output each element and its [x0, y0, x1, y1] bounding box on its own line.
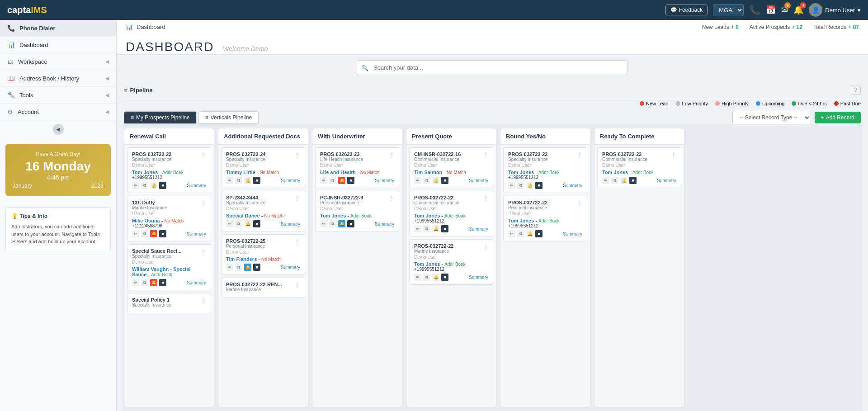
card-square-icon[interactable]: ■: [535, 182, 542, 189]
card-menu-button[interactable]: ⋮: [200, 297, 206, 304]
card-summary-link[interactable]: Summary: [375, 222, 394, 227]
card-square-icon[interactable]: ■: [535, 230, 542, 237]
card-copy-icon[interactable]: ⧉: [611, 177, 618, 184]
card-summary-link[interactable]: Summary: [469, 227, 488, 231]
card-menu-button[interactable]: ⋮: [200, 151, 206, 159]
card-square-icon[interactable]: ■: [253, 220, 260, 227]
card-edit-icon[interactable]: ✏: [414, 177, 421, 184]
card-bell-icon[interactable]: 🔔: [432, 274, 439, 281]
card-square-icon[interactable]: ■: [159, 279, 166, 286]
card-menu-button[interactable]: ⋮: [576, 151, 582, 159]
card-square-icon[interactable]: ■: [441, 274, 448, 281]
card-bell-icon[interactable]: 🔔: [526, 182, 533, 189]
tab-my-prospects-pipeline[interactable]: ≡ My Prospects Pipeline: [124, 111, 197, 124]
card-menu-button[interactable]: ⋮: [576, 200, 582, 207]
card-edit-icon[interactable]: ✏: [414, 274, 421, 281]
select-record-type[interactable]: -- Select Record Type -- Lead Priority H…: [732, 111, 811, 124]
card-square-icon[interactable]: ■: [159, 230, 166, 237]
card-bell-icon[interactable]: 🔔: [150, 230, 157, 237]
card-bell-icon[interactable]: 🔔: [244, 220, 251, 227]
card-copy-icon[interactable]: ⧉: [423, 274, 430, 281]
card-bell-icon[interactable]: 🔔: [432, 177, 439, 184]
card-summary-link[interactable]: Summary: [469, 275, 488, 280]
card-copy-icon[interactable]: ⧉: [141, 182, 148, 189]
card-summary-link[interactable]: Summary: [563, 231, 582, 236]
card-menu-button[interactable]: ⋮: [482, 151, 488, 159]
card-square-icon[interactable]: ■: [253, 177, 260, 184]
card-edit-icon[interactable]: ✏: [320, 177, 327, 184]
card-copy-icon[interactable]: ⧉: [235, 264, 242, 271]
sidebar-item-phone-dialer[interactable]: 📞 Phone Dialer: [0, 20, 116, 37]
user-menu-button[interactable]: 👤 Demo User ▾: [809, 3, 861, 17]
card-menu-button[interactable]: ⋮: [294, 195, 300, 202]
mail-icon[interactable]: ✉ 8: [781, 5, 788, 15]
card-copy-icon[interactable]: ⧉: [141, 279, 148, 286]
card-bell-icon[interactable]: 🔔: [432, 225, 439, 232]
card-summary-link[interactable]: Summary: [281, 222, 300, 227]
card-copy-icon[interactable]: ⧉: [235, 177, 242, 184]
card-square-icon[interactable]: ■: [159, 182, 166, 189]
card-copy-icon[interactable]: ⧉: [517, 230, 524, 237]
card-bell-icon[interactable]: 🔔: [620, 177, 627, 184]
card-summary-link[interactable]: Summary: [187, 183, 206, 188]
tab-verticals-pipeline[interactable]: ≡ Verticals Pipeline: [198, 111, 259, 124]
card-square-icon[interactable]: ■: [441, 225, 448, 232]
card-edit-icon[interactable]: ✏: [132, 230, 139, 237]
card-copy-icon[interactable]: ⧉: [141, 230, 148, 237]
sidebar-item-tools[interactable]: 🔧 Tools ◀: [0, 87, 116, 104]
card-summary-link[interactable]: Summary: [563, 183, 582, 188]
card-bell-icon[interactable]: 🔔: [150, 182, 157, 189]
card-square-icon[interactable]: ■: [347, 177, 354, 184]
sidebar-item-address-book[interactable]: 📖 Address Book / History ◀: [0, 70, 116, 87]
card-summary-link[interactable]: Summary: [187, 231, 206, 236]
card-square-icon[interactable]: ■: [441, 177, 448, 184]
card-menu-button[interactable]: ⋮: [482, 195, 488, 202]
card-copy-icon[interactable]: ⧉: [517, 182, 524, 189]
card-summary-link[interactable]: Summary: [375, 178, 394, 183]
card-edit-icon[interactable]: ✏: [508, 230, 515, 237]
card-menu-button[interactable]: ⋮: [388, 151, 394, 159]
sidebar-item-dashboard[interactable]: 📊 Dashboard: [0, 37, 116, 53]
card-copy-icon[interactable]: ⧉: [423, 177, 430, 184]
card-summary-link[interactable]: Summary: [281, 178, 300, 183]
sidebar-collapse-button[interactable]: ◀: [53, 124, 64, 135]
card-bell-icon[interactable]: 🔔: [338, 220, 345, 227]
card-menu-button[interactable]: ⋮: [294, 151, 300, 159]
card-menu-button[interactable]: ⋮: [294, 282, 300, 289]
card-summary-link[interactable]: Summary: [469, 178, 488, 183]
feedback-button[interactable]: 💬 Feedback: [665, 5, 708, 15]
card-edit-icon[interactable]: ✏: [226, 177, 233, 184]
card-bell-icon[interactable]: 🔔: [244, 264, 251, 271]
card-edit-icon[interactable]: ✏: [602, 177, 609, 184]
card-edit-icon[interactable]: ✏: [132, 279, 139, 286]
card-bell-icon[interactable]: 🔔: [338, 177, 345, 184]
card-edit-icon[interactable]: ✏: [414, 225, 421, 232]
mga-select[interactable]: MGA: [713, 4, 744, 16]
card-bell-icon[interactable]: 🔔: [150, 279, 157, 286]
add-record-button[interactable]: + Add Record: [815, 112, 861, 123]
card-copy-icon[interactable]: ⧉: [235, 220, 242, 227]
card-copy-icon[interactable]: ⧉: [423, 225, 430, 232]
card-edit-icon[interactable]: ✏: [226, 220, 233, 227]
card-menu-button[interactable]: ⋮: [670, 151, 676, 159]
card-summary-link[interactable]: Summary: [657, 178, 676, 183]
card-square-icon[interactable]: ■: [629, 177, 637, 184]
card-summary-link[interactable]: Summary: [281, 265, 300, 270]
card-menu-button[interactable]: ⋮: [482, 243, 488, 250]
card-edit-icon[interactable]: ✏: [226, 264, 233, 271]
card-edit-icon[interactable]: ✏: [132, 182, 139, 189]
sidebar-item-account[interactable]: ⚙ Account ◀: [0, 104, 116, 120]
card-copy-icon[interactable]: ⧉: [329, 177, 336, 184]
card-bell-icon[interactable]: 🔔: [244, 177, 251, 184]
card-menu-button[interactable]: ⋮: [200, 200, 206, 207]
phone-icon[interactable]: 📞: [749, 5, 760, 15]
card-square-icon[interactable]: ■: [347, 220, 354, 227]
card-bell-icon[interactable]: 🔔: [526, 230, 533, 237]
card-menu-button[interactable]: ⋮: [200, 248, 206, 255]
card-menu-button[interactable]: ⋮: [388, 195, 394, 202]
calendar-icon[interactable]: 📅: [766, 5, 776, 15]
card-edit-icon[interactable]: ✏: [508, 182, 515, 189]
card-summary-link[interactable]: Summary: [187, 280, 206, 285]
card-square-icon[interactable]: ■: [253, 264, 260, 271]
pipeline-help-button[interactable]: ?: [851, 85, 861, 95]
